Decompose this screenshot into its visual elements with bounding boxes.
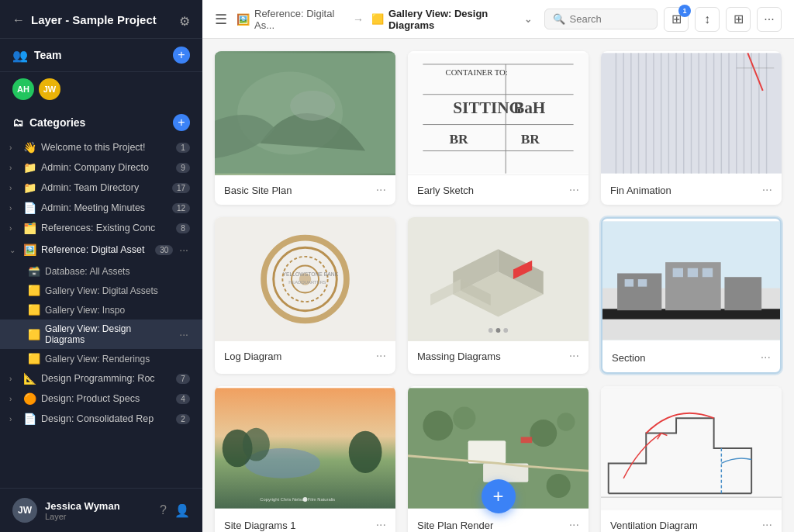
gallery-card-section[interactable]: Section ··· xyxy=(601,217,782,374)
svg-rect-83 xyxy=(521,437,533,443)
card-more-button[interactable]: ··· xyxy=(376,518,386,532)
sub-item-label: Gallery View: Digital Assets xyxy=(45,285,158,296)
card-more-button[interactable]: ··· xyxy=(569,349,579,363)
gallery-card-site-diagrams-1[interactable]: Copyright Chris Nelson Film Naturalis Si… xyxy=(215,386,395,532)
sub-item-gallery-digital[interactable]: 🟨 Gallery View: Digital Assets xyxy=(0,281,202,300)
sidebar-app-title: Layer - Sample Project xyxy=(31,12,157,28)
breadcrumb-ref-icon: 🖼️ xyxy=(236,13,250,26)
sub-item-label: Gallery View: Design Diagrams xyxy=(45,323,173,345)
card-image-massing-diagrams xyxy=(408,217,589,341)
card-more-button[interactable]: ··· xyxy=(569,518,579,532)
svg-text:BR: BR xyxy=(449,131,468,147)
sub-items-list: 🗃️ Database: All Assets 🟨 Gallery View: … xyxy=(0,261,202,368)
gallery-card-log-diagram[interactable]: YELLOWSTONE BANK HEADQUARTERS Log Diagra… xyxy=(215,217,395,374)
user-avatar[interactable]: JW xyxy=(12,498,37,523)
card-more-button[interactable]: ··· xyxy=(762,518,772,532)
aerial-svg xyxy=(215,51,395,175)
sidebar-item-meeting-minutes[interactable]: › 📄 Admin: Meeting Minutes 12 xyxy=(0,198,202,218)
sub-item-more-icon[interactable]: ··· xyxy=(178,326,190,342)
search-input[interactable] xyxy=(570,13,649,25)
user-org: Layer xyxy=(45,512,152,521)
sub-item-gallery-design[interactable]: 🟨 Gallery View: Design Diagrams ··· xyxy=(0,320,202,349)
more-options-button[interactable]: ··· xyxy=(757,7,782,32)
fab-add-button[interactable]: + xyxy=(482,479,516,513)
landscape-svg: Copyright Chris Nelson Film Naturalis xyxy=(215,386,395,510)
add-team-button[interactable]: + xyxy=(173,47,190,64)
svg-point-2 xyxy=(290,91,335,121)
hamburger-icon[interactable]: ☰ xyxy=(215,11,227,28)
filter-button[interactable]: ⊞ 1 xyxy=(664,7,689,32)
back-arrow-icon[interactable]: ← xyxy=(12,13,25,27)
person-icon[interactable]: 👤 xyxy=(174,503,190,518)
svg-text:CONTAINER TO:: CONTAINER TO: xyxy=(446,67,508,77)
ventilation-svg xyxy=(601,386,782,510)
nav-item-label: Admin: Meeting Minutes xyxy=(41,202,167,213)
gallery-card-fin-animation[interactable]: Fin Animation ··· xyxy=(601,51,782,205)
svg-point-72 xyxy=(349,431,382,473)
breadcrumb-reference[interactable]: 🖼️ Reference: Digital As... xyxy=(236,8,345,31)
log-svg: YELLOWSTONE BANK HEADQUARTERS xyxy=(215,217,395,341)
card-footer: Early Sketch ··· xyxy=(408,175,589,205)
chevron-right-icon: › xyxy=(9,164,19,172)
card-title: Section xyxy=(612,352,645,364)
svg-rect-63 xyxy=(625,279,633,287)
group-button[interactable]: ⊞ xyxy=(726,7,751,32)
sidebar-item-reference-digital[interactable]: ⌄ 🖼️ Reference: Digital Asset 30 ··· xyxy=(0,238,202,261)
card-footer: Fin Animation ··· xyxy=(601,175,782,205)
current-view[interactable]: 🟨 Gallery View: Design Diagrams ⌄ xyxy=(371,8,532,31)
sidebar-item-design-consolidated[interactable]: › 📄 Design: Consolidated Rep 2 xyxy=(0,409,202,429)
current-view-icon: 🟨 xyxy=(371,13,384,25)
avatar-jw[interactable]: JW xyxy=(39,78,60,100)
nav-item-label: Design: Consolidated Rep xyxy=(41,413,171,424)
nav-item-badge: 4 xyxy=(176,394,190,404)
sort-button[interactable]: ↕ xyxy=(695,7,720,32)
card-more-button[interactable]: ··· xyxy=(569,183,579,197)
card-title: Early Sketch xyxy=(417,185,474,196)
group-icon: ⊞ xyxy=(734,12,744,26)
topbar-actions: ⊞ 1 ↕ ⊞ ··· xyxy=(664,7,782,32)
chevron-right-icon: › xyxy=(9,395,19,403)
chevron-right-icon: › xyxy=(9,375,19,383)
nav-item-more-icon[interactable]: ··· xyxy=(178,242,190,257)
sidebar-item-design-programming[interactable]: › 📐 Design Programming: Roc 7 xyxy=(0,368,202,389)
sub-item-label: Database: All Assets xyxy=(45,266,129,277)
sub-item-gallery-inspo[interactable]: 🟨 Gallery View: Inspo xyxy=(0,300,202,320)
nav-item-label: Design Programming: Roc xyxy=(41,373,171,384)
gear-icon[interactable]: ⚙ xyxy=(179,14,190,29)
gallery-card-basic-site-plan[interactable]: Basic Site Plan ··· xyxy=(215,51,395,205)
svg-point-53 xyxy=(488,328,493,333)
card-more-button[interactable]: ··· xyxy=(762,183,772,197)
svg-rect-65 xyxy=(673,268,683,277)
sidebar-item-welcome[interactable]: › 👋 Welcome to this Project! 1 xyxy=(0,137,202,157)
sidebar-item-admin-team[interactable]: › 📁 Admin: Team Directory 17 xyxy=(0,178,202,198)
card-more-button[interactable]: ··· xyxy=(376,183,386,197)
avatar-ah[interactable]: AH xyxy=(12,78,34,100)
svg-rect-81 xyxy=(468,440,506,463)
main-content: ☰ 🖼️ Reference: Digital As... → 🟨 Galler… xyxy=(202,0,794,532)
gallery-card-early-sketch[interactable]: CONTAINER TO: SITTING BaH BR BR Early Sk… xyxy=(408,51,589,205)
card-more-button[interactable]: ··· xyxy=(761,351,771,364)
gallery-card-massing-diagrams[interactable]: Massing Diagrams ··· xyxy=(408,217,589,374)
sidebar-item-references-existing[interactable]: › 🗂️ References: Existing Conc 8 xyxy=(0,218,202,238)
sidebar-item-design-product[interactable]: › 🟠 Design: Product Specs 4 xyxy=(0,389,202,409)
add-category-button[interactable]: + xyxy=(173,114,190,131)
card-more-button[interactable]: ··· xyxy=(376,349,386,363)
sub-item-gallery-renderings[interactable]: 🟨 Gallery View: Renderings xyxy=(0,349,202,368)
sub-item-database-all[interactable]: 🗃️ Database: All Assets xyxy=(0,261,202,281)
svg-point-79 xyxy=(557,413,575,430)
user-name: Jessica Wyman xyxy=(45,500,152,512)
card-title: Fin Animation xyxy=(610,185,671,196)
chevron-down-icon: ⌄ xyxy=(9,246,19,254)
svg-point-77 xyxy=(453,407,475,430)
help-icon[interactable]: ? xyxy=(160,503,167,518)
card-footer: Log Diagram ··· xyxy=(215,341,395,371)
sub-item-label: Gallery View: Inspo xyxy=(45,305,125,316)
gallery-card-ventilation-diagram[interactable]: Ventilation Diagram ··· xyxy=(601,386,782,532)
filter-badge: 1 xyxy=(678,5,691,17)
card-title: Site Plan Render xyxy=(417,520,493,531)
nav-item-label: Admin: Company Directo xyxy=(41,162,171,173)
sidebar-item-admin-company[interactable]: › 📁 Admin: Company Directo 9 xyxy=(0,157,202,178)
nav-item-label: Design: Product Specs xyxy=(41,393,171,404)
svg-text:YELLOWSTONE BANK: YELLOWSTONE BANK xyxy=(282,271,338,277)
sort-icon: ↕ xyxy=(704,12,710,26)
